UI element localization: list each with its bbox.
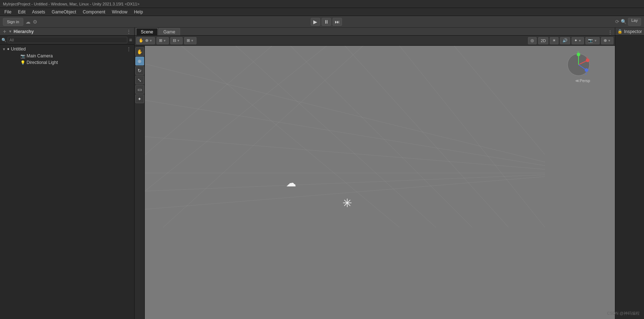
scene-lighting-btn[interactable]: ☀ [550, 37, 558, 44]
menu-component[interactable]: Component [80, 9, 108, 15]
inspector-lock-icon[interactable]: 🔒 [617, 29, 623, 34]
history-icon[interactable]: ⟳ [615, 19, 619, 24]
menu-help[interactable]: Help [131, 9, 146, 15]
hierarchy-children: 📷 Main Camera 💡 Directional Light [0, 53, 134, 66]
menu-gameobject[interactable]: GameObject [49, 9, 79, 15]
fx-dropdown[interactable]: ▼ [578, 39, 581, 43]
scene-arrow-icon: ▼ [2, 47, 7, 51]
svg-text:Z: Z [585, 72, 587, 76]
inspector-title: Inspector [624, 29, 642, 34]
collab-icon[interactable]: ⚙ [33, 19, 37, 25]
inspector-panel: 🔒 Inspector [615, 28, 644, 319]
menu-edit[interactable]: Edit [15, 9, 28, 15]
audio-icon: 🔊 [562, 38, 568, 43]
gizmo-svg: X Y Z [564, 50, 593, 79]
scene-tabs: Scene Game ⋮ [135, 28, 615, 36]
scene-tab-label: Scene [141, 29, 153, 35]
hierarchy-scene-item[interactable]: ▼ ✦ Untitled ⋮ [0, 45, 134, 53]
scene-grid-btn[interactable]: ⊟ ▼ [170, 37, 183, 44]
scene-audio-btn[interactable]: 🔊 [560, 37, 570, 44]
sign-in-button[interactable]: Sign in [3, 18, 23, 26]
scene-tabs-right: ⋮ [607, 29, 613, 35]
svg-line-10 [399, 46, 545, 227]
menu-window[interactable]: Window [109, 9, 130, 15]
tab-game[interactable]: Game [159, 28, 180, 35]
search-toolbar-icon[interactable]: 🔍 [621, 19, 627, 24]
cloud-icon[interactable]: ☁ [25, 19, 31, 25]
svg-line-12 [163, 46, 363, 227]
scale-tool-btn[interactable]: ⤡ [135, 76, 144, 84]
camera-btn-icon: 📷 [588, 38, 593, 43]
layout-button[interactable]: Lay [628, 18, 641, 26]
hierarchy-search-icon: 🔍 [1, 38, 7, 43]
scene-sun-icon: ✳ [342, 196, 352, 210]
camera-icon: 📷 [20, 54, 25, 58]
hierarchy-add-button[interactable]: + [2, 28, 7, 35]
svg-line-2 [145, 137, 545, 169]
scene-view-mode-btn[interactable]: ◎ [528, 37, 537, 44]
svg-line-14 [145, 46, 272, 155]
step-button[interactable]: ⏭ [333, 18, 342, 26]
hand-tool-btn[interactable]: ✋ [135, 47, 144, 56]
scene-view[interactable]: ☁ ✳ X Y [145, 46, 615, 319]
hierarchy-panel: + ▼ Hierarchy ⋮ 🔍 ≡ ▼ ✦ Untitled ⋮ 📷 Mai… [0, 28, 135, 319]
view-mode-icon: ◎ [530, 38, 534, 43]
svg-line-13 [145, 46, 327, 191]
svg-point-23 [585, 68, 588, 72]
svg-line-7 [236, 46, 436, 227]
svg-line-4 [145, 175, 545, 191]
hierarchy-search-input[interactable] [8, 37, 127, 43]
camera-label: Main Camera [27, 53, 53, 58]
game-tab-label: Game [163, 29, 175, 35]
scene-fx-btn[interactable]: ✦ ▼ [572, 37, 584, 44]
camera-dropdown[interactable]: ▼ [594, 39, 597, 43]
rotate-tool-btn[interactable]: ↻ [135, 66, 144, 75]
hand-icon: ✋ [139, 38, 144, 43]
scene-transform-btn[interactable]: ✋ ⊕ ▼ [136, 37, 155, 44]
scene-2d-btn[interactable]: 2D [538, 37, 548, 44]
transform-dropdown[interactable]: ▼ [149, 39, 152, 43]
toolbar: Sign in ☁ ⚙ ▶ ⏸ ⏭ ⟳ 🔍 Lay [0, 16, 644, 28]
scene-toolbar: ✋ ⊕ ▼ ⊞ ▼ ⊟ ▼ ⊞ ▼ ◎ 2D ☀ [135, 36, 615, 46]
menu-assets[interactable]: Assets [29, 9, 48, 15]
snap-icon: ⊞ [159, 38, 162, 43]
grid-icon: ⊟ [173, 38, 176, 43]
gizmos-dropdown[interactable]: ▼ [608, 39, 611, 43]
hierarchy-extra-btn[interactable]: ≡ [128, 37, 133, 43]
hierarchy-menu-button[interactable]: ⋮ [126, 29, 132, 35]
transform-tool-btn[interactable]: ✦ [135, 94, 144, 103]
menu-file[interactable]: File [1, 9, 14, 15]
lighting-icon: ☀ [552, 38, 556, 43]
scene-gizmo[interactable]: X Y Z [564, 50, 593, 79]
main-layout: + ▼ Hierarchy ⋮ 🔍 ≡ ▼ ✦ Untitled ⋮ 📷 Mai… [0, 28, 644, 319]
light-icon: 💡 [20, 60, 25, 65]
center-area: Scene Game ⋮ ✋ ⊕ ▼ ⊞ ▼ ⊟ ▼ [135, 28, 615, 319]
scene-menu-btn[interactable]: ⋮ [126, 46, 132, 52]
scene-camera-btn[interactable]: 📷 ▼ [585, 37, 600, 44]
move-tool-btn[interactable]: ⊕ [135, 57, 144, 65]
inspector-header: 🔒 Inspector [615, 28, 644, 36]
rect-tool-btn[interactable]: ▭ [135, 85, 144, 94]
light-label: Directional Light [27, 60, 58, 65]
svg-line-9 [345, 46, 509, 227]
scene-area: ✋ ⊕ ↻ ⤡ ▭ ✦ [135, 46, 615, 319]
watermark: CSDN @神码编程 [607, 311, 640, 316]
hierarchy-light-item[interactable]: 💡 Directional Light [6, 59, 134, 66]
svg-line-11 [454, 46, 545, 155]
scene-name: Untitled [11, 47, 26, 52]
scene-snap-btn[interactable]: ⊞ ▼ [156, 37, 169, 44]
scene-gizmos-btn[interactable]: ⊕ ▼ [601, 37, 613, 44]
grid-dropdown[interactable]: ▼ [177, 39, 180, 43]
playback-controls: ▶ ⏸ ⏭ [40, 18, 613, 26]
hierarchy-dropdown-arrow[interactable]: ▼ [8, 29, 12, 33]
play-button[interactable]: ▶ [311, 18, 320, 26]
overlay-dropdown[interactable]: ▼ [191, 39, 194, 43]
hierarchy-camera-item[interactable]: 📷 Main Camera [6, 53, 134, 59]
pause-button[interactable]: ⏸ [322, 18, 331, 26]
snap-dropdown[interactable]: ▼ [163, 39, 166, 43]
scene-tabs-menu-btn[interactable]: ⋮ [607, 29, 613, 35]
scene-overlay-btn[interactable]: ⊞ ▼ [184, 37, 196, 44]
toolbar-right: ⟳ 🔍 Lay [615, 18, 641, 26]
tab-scene[interactable]: Scene [136, 28, 158, 35]
svg-line-1 [145, 100, 545, 166]
